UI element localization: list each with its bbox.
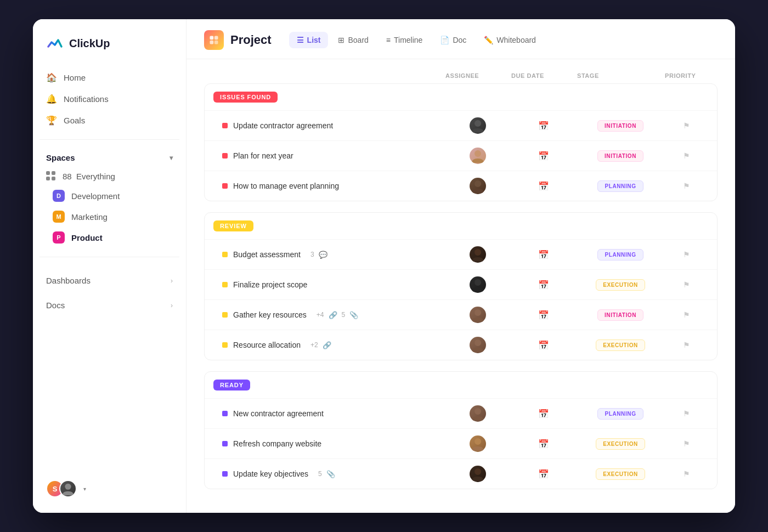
docs-label: Docs [46, 301, 65, 310]
due-cell: 📅 [511, 151, 577, 161]
section-review: REVIEW Budget assessment 3 💬 [204, 212, 718, 360]
product-badge: P [53, 231, 65, 244]
section-ready-header: READY [205, 372, 717, 398]
section-issues: ISSUES FOUND Update contractor agreement… [204, 83, 718, 201]
task-dot-red [222, 183, 228, 189]
sidebar-item-goals[interactable]: 🏆 Goals [39, 110, 179, 131]
tab-whiteboard-label: Whiteboard [496, 36, 536, 44]
task-row[interactable]: Refresh company website 📅 EXECUTION ⚑ [205, 428, 717, 459]
task-dot-purple [222, 411, 228, 416]
svg-rect-3 [210, 41, 214, 44]
stage-cell: INITIATION [577, 120, 664, 132]
tab-doc[interactable]: 📄 Doc [432, 32, 474, 48]
tab-doc-label: Doc [453, 36, 466, 44]
flag-icon: ⚑ [683, 280, 690, 289]
calendar-icon: 📅 [538, 310, 549, 320]
task-name: Gather key resources [233, 310, 307, 319]
chevron-down-icon[interactable]: ▾ [170, 154, 173, 162]
sidebar-divider [39, 139, 179, 140]
user-profile-area[interactable]: S ▾ [33, 480, 186, 497]
task-row[interactable]: How to manage event planning 📅 PLANNING [205, 171, 717, 201]
sidebar-item-product[interactable]: P Product [39, 227, 179, 248]
sidebar-item-development[interactable]: D Development [39, 185, 179, 206]
avatar [470, 435, 486, 452]
tab-list[interactable]: ☰ List [289, 32, 329, 48]
flag-icon: ⚑ [683, 469, 690, 478]
assignee-cell [445, 337, 511, 353]
calendar-icon: 📅 [538, 151, 549, 161]
stage-cell: INITIATION [577, 309, 664, 321]
task-dot-red [222, 153, 228, 159]
priority-cell: ⚑ [664, 280, 708, 289]
meta-count: +4 [317, 311, 324, 319]
task-row[interactable]: Finalize project scope 📅 EXECUTION ⚑ [205, 269, 717, 299]
task-row[interactable]: Update key objectives 5 📎 📅 EXECUTION [205, 459, 717, 489]
task-name: Finalize project scope [233, 280, 307, 289]
sidebar-item-docs[interactable]: Docs › [33, 295, 186, 315]
stage-badge: PLANNING [597, 249, 643, 261]
avatar-group: S [46, 480, 77, 497]
flag-icon: ⚑ [683, 250, 690, 259]
task-row[interactable]: Gather key resources +4 🔗 5 📎 📅 [205, 299, 717, 330]
priority-cell: ⚑ [664, 182, 708, 190]
assignee-cell [445, 405, 511, 422]
task-left: Budget assessment 3 💬 [222, 250, 445, 259]
task-dot-yellow [222, 252, 228, 257]
task-left: Resource allocation +2 🔗 [222, 341, 445, 349]
sidebar-item-home-label: Home [64, 73, 86, 82]
tab-whiteboard[interactable]: ✏️ Whiteboard [476, 32, 544, 48]
stage-badge: EXECUTION [596, 279, 645, 291]
stage-cell: INITIATION [577, 150, 664, 162]
sidebar-item-notifications[interactable]: 🔔 Notifications [39, 89, 179, 109]
calendar-icon: 📅 [538, 250, 549, 260]
app-name: ClickUp [69, 37, 110, 50]
task-row[interactable]: Budget assessment 3 💬 📅 PLANNING [205, 239, 717, 269]
development-label: Development [71, 191, 120, 201]
calendar-icon: 📅 [538, 121, 549, 131]
task-meta: 3 💬 [310, 251, 327, 259]
task-row[interactable]: Resource allocation +2 🔗 📅 EXECUTION [205, 330, 717, 360]
logo[interactable]: ClickUp [33, 35, 186, 67]
link-icon: 🔗 [329, 311, 337, 319]
stage-badge: INITIATION [597, 120, 643, 132]
tab-board[interactable]: ⊞ Board [330, 32, 376, 48]
task-left: Finalize project scope [222, 280, 445, 289]
task-name: New contractor agreement [233, 409, 324, 418]
user-dropdown-arrow[interactable]: ▾ [83, 486, 86, 492]
meta-count: 3 [310, 251, 314, 258]
task-name: Resource allocation [233, 341, 301, 349]
task-row[interactable]: New contractor agreement 📅 PLANNING ⚑ [205, 398, 717, 428]
due-cell: 📅 [511, 280, 577, 290]
stage-cell: PLANNING [577, 408, 664, 420]
stage-cell: PLANNING [577, 249, 664, 261]
avatar [470, 307, 486, 323]
link-icon-2: 🔗 [323, 341, 331, 349]
grid-icon [46, 171, 56, 181]
sidebar-item-dashboards[interactable]: Dashboards › [33, 270, 186, 291]
task-row[interactable]: Update contractor agreement 📅 INITIATION [205, 110, 717, 140]
project-icon [204, 30, 224, 50]
priority-cell: ⚑ [664, 250, 708, 259]
tab-timeline[interactable]: ≡ Timeline [379, 32, 431, 48]
svg-point-7 [475, 180, 481, 187]
task-row[interactable]: Plan for next year 📅 INITIATION ⚑ [205, 140, 717, 171]
tab-timeline-label: Timeline [394, 36, 422, 44]
task-dot-yellow [222, 282, 228, 287]
section-issues-header: ISSUES FOUND [205, 84, 717, 110]
col-assignee: ASSIGNEE [445, 72, 511, 79]
sidebar-item-marketing[interactable]: M Marketing [39, 206, 179, 227]
sidebar-item-everything[interactable]: 88 Everything [33, 167, 186, 185]
assignee-cell [445, 435, 511, 452]
stage-badge: EXECUTION [596, 468, 645, 480]
bell-icon: 🔔 [46, 94, 57, 104]
product-label: Product [71, 233, 103, 242]
sidebar-nav: 🏠 Home 🔔 Notifications 🏆 Goals [33, 67, 186, 131]
assignee-cell [445, 307, 511, 323]
home-icon: 🏠 [46, 72, 57, 83]
svg-point-14 [475, 468, 481, 475]
calendar-icon: 📅 [538, 280, 549, 290]
due-cell: 📅 [511, 409, 577, 419]
svg-rect-2 [214, 36, 218, 40]
spaces-label: Spaces [46, 153, 75, 162]
sidebar-item-home[interactable]: 🏠 Home [39, 67, 179, 88]
